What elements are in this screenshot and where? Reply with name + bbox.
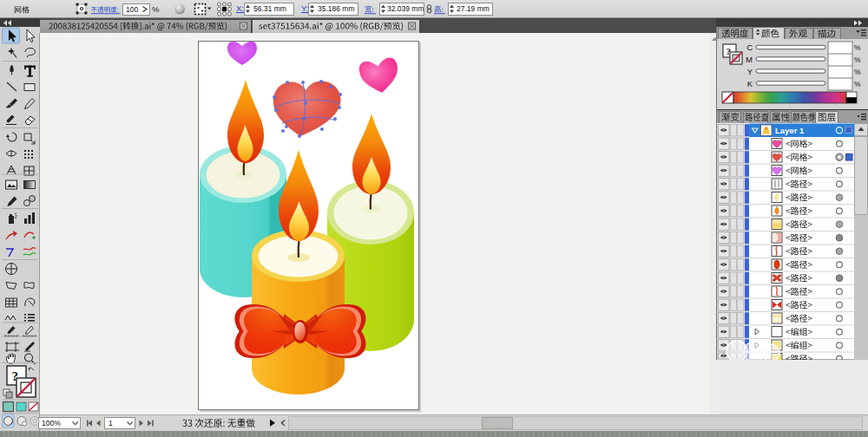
svg-text:%: % [854, 43, 861, 52]
svg-text:Layer 1: Layer 1 [775, 126, 805, 135]
svg-text:%: % [854, 80, 861, 88]
svg-text:%: % [854, 68, 861, 76]
svg-text:C: C [746, 42, 753, 52]
svg-text:%: % [854, 55, 861, 64]
svg-text:K: K [747, 79, 753, 88]
svg-text:M: M [746, 55, 753, 64]
svg-text:Y: Y [747, 67, 753, 76]
